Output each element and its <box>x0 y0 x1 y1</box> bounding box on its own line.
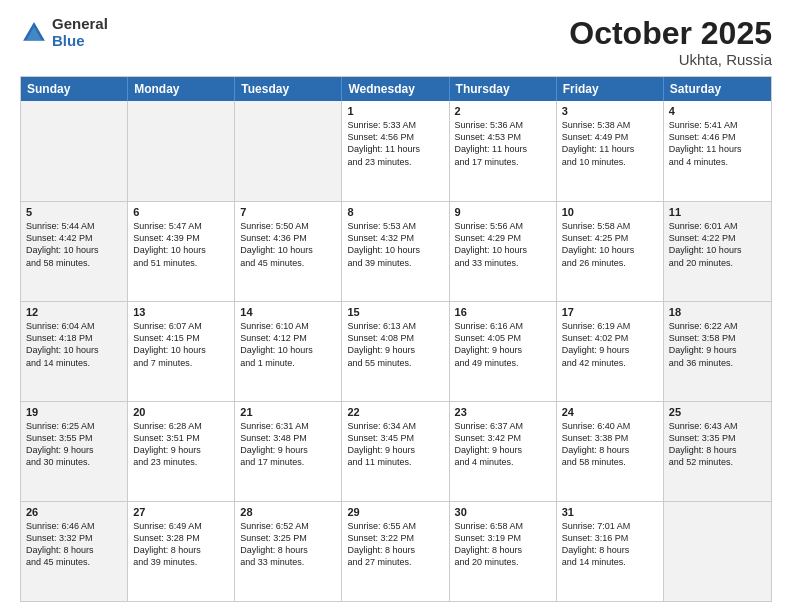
day-info: Sunrise: 5:44 AM Sunset: 4:42 PM Dayligh… <box>26 220 122 269</box>
day-info: Sunrise: 6:19 AM Sunset: 4:02 PM Dayligh… <box>562 320 658 369</box>
day-info: Sunrise: 6:25 AM Sunset: 3:55 PM Dayligh… <box>26 420 122 469</box>
day-number: 18 <box>669 306 766 318</box>
day-number: 28 <box>240 506 336 518</box>
day-info: Sunrise: 6:01 AM Sunset: 4:22 PM Dayligh… <box>669 220 766 269</box>
calendar-cell: 22Sunrise: 6:34 AM Sunset: 3:45 PM Dayli… <box>342 402 449 501</box>
calendar-week-1: 1Sunrise: 5:33 AM Sunset: 4:56 PM Daylig… <box>21 101 771 201</box>
header: General Blue October 2025 Ukhta, Russia <box>20 16 772 68</box>
calendar-cell <box>128 101 235 201</box>
calendar-cell: 30Sunrise: 6:58 AM Sunset: 3:19 PM Dayli… <box>450 502 557 601</box>
day-number: 7 <box>240 206 336 218</box>
day-number: 22 <box>347 406 443 418</box>
header-day-thursday: Thursday <box>450 77 557 101</box>
logo: General Blue <box>20 16 108 49</box>
day-number: 17 <box>562 306 658 318</box>
day-number: 20 <box>133 406 229 418</box>
header-day-wednesday: Wednesday <box>342 77 449 101</box>
calendar-cell: 19Sunrise: 6:25 AM Sunset: 3:55 PM Dayli… <box>21 402 128 501</box>
calendar-cell: 11Sunrise: 6:01 AM Sunset: 4:22 PM Dayli… <box>664 202 771 301</box>
calendar-cell <box>21 101 128 201</box>
calendar-cell: 13Sunrise: 6:07 AM Sunset: 4:15 PM Dayli… <box>128 302 235 401</box>
day-info: Sunrise: 6:13 AM Sunset: 4:08 PM Dayligh… <box>347 320 443 369</box>
day-number: 9 <box>455 206 551 218</box>
calendar-header: SundayMondayTuesdayWednesdayThursdayFrid… <box>21 77 771 101</box>
calendar-week-4: 19Sunrise: 6:25 AM Sunset: 3:55 PM Dayli… <box>21 401 771 501</box>
day-info: Sunrise: 7:01 AM Sunset: 3:16 PM Dayligh… <box>562 520 658 569</box>
day-number: 3 <box>562 105 658 117</box>
day-number: 1 <box>347 105 443 117</box>
calendar-cell: 25Sunrise: 6:43 AM Sunset: 3:35 PM Dayli… <box>664 402 771 501</box>
logo-icon <box>20 19 48 47</box>
day-number: 27 <box>133 506 229 518</box>
day-info: Sunrise: 5:47 AM Sunset: 4:39 PM Dayligh… <box>133 220 229 269</box>
calendar-cell: 24Sunrise: 6:40 AM Sunset: 3:38 PM Dayli… <box>557 402 664 501</box>
calendar-cell: 29Sunrise: 6:55 AM Sunset: 3:22 PM Dayli… <box>342 502 449 601</box>
header-day-monday: Monday <box>128 77 235 101</box>
day-info: Sunrise: 5:36 AM Sunset: 4:53 PM Dayligh… <box>455 119 551 168</box>
day-info: Sunrise: 5:50 AM Sunset: 4:36 PM Dayligh… <box>240 220 336 269</box>
day-number: 26 <box>26 506 122 518</box>
day-number: 11 <box>669 206 766 218</box>
day-number: 8 <box>347 206 443 218</box>
day-info: Sunrise: 6:04 AM Sunset: 4:18 PM Dayligh… <box>26 320 122 369</box>
calendar-week-5: 26Sunrise: 6:46 AM Sunset: 3:32 PM Dayli… <box>21 501 771 601</box>
calendar-cell: 4Sunrise: 5:41 AM Sunset: 4:46 PM Daylig… <box>664 101 771 201</box>
day-number: 19 <box>26 406 122 418</box>
day-info: Sunrise: 5:58 AM Sunset: 4:25 PM Dayligh… <box>562 220 658 269</box>
calendar-cell: 20Sunrise: 6:28 AM Sunset: 3:51 PM Dayli… <box>128 402 235 501</box>
calendar-cell: 16Sunrise: 6:16 AM Sunset: 4:05 PM Dayli… <box>450 302 557 401</box>
calendar-cell: 21Sunrise: 6:31 AM Sunset: 3:48 PM Dayli… <box>235 402 342 501</box>
day-number: 12 <box>26 306 122 318</box>
calendar-cell <box>235 101 342 201</box>
calendar-cell: 28Sunrise: 6:52 AM Sunset: 3:25 PM Dayli… <box>235 502 342 601</box>
page: General Blue October 2025 Ukhta, Russia … <box>0 0 792 612</box>
calendar-cell: 2Sunrise: 5:36 AM Sunset: 4:53 PM Daylig… <box>450 101 557 201</box>
day-number: 4 <box>669 105 766 117</box>
day-info: Sunrise: 6:10 AM Sunset: 4:12 PM Dayligh… <box>240 320 336 369</box>
day-number: 13 <box>133 306 229 318</box>
day-number: 14 <box>240 306 336 318</box>
day-info: Sunrise: 6:40 AM Sunset: 3:38 PM Dayligh… <box>562 420 658 469</box>
calendar: SundayMondayTuesdayWednesdayThursdayFrid… <box>20 76 772 602</box>
day-info: Sunrise: 6:46 AM Sunset: 3:32 PM Dayligh… <box>26 520 122 569</box>
calendar-cell: 8Sunrise: 5:53 AM Sunset: 4:32 PM Daylig… <box>342 202 449 301</box>
calendar-cell: 1Sunrise: 5:33 AM Sunset: 4:56 PM Daylig… <box>342 101 449 201</box>
calendar-cell: 14Sunrise: 6:10 AM Sunset: 4:12 PM Dayli… <box>235 302 342 401</box>
calendar-week-2: 5Sunrise: 5:44 AM Sunset: 4:42 PM Daylig… <box>21 201 771 301</box>
day-info: Sunrise: 6:37 AM Sunset: 3:42 PM Dayligh… <box>455 420 551 469</box>
calendar-cell: 18Sunrise: 6:22 AM Sunset: 3:58 PM Dayli… <box>664 302 771 401</box>
calendar-cell: 6Sunrise: 5:47 AM Sunset: 4:39 PM Daylig… <box>128 202 235 301</box>
calendar-cell: 10Sunrise: 5:58 AM Sunset: 4:25 PM Dayli… <box>557 202 664 301</box>
day-number: 25 <box>669 406 766 418</box>
header-day-tuesday: Tuesday <box>235 77 342 101</box>
day-info: Sunrise: 6:07 AM Sunset: 4:15 PM Dayligh… <box>133 320 229 369</box>
day-number: 31 <box>562 506 658 518</box>
day-info: Sunrise: 5:33 AM Sunset: 4:56 PM Dayligh… <box>347 119 443 168</box>
day-info: Sunrise: 6:58 AM Sunset: 3:19 PM Dayligh… <box>455 520 551 569</box>
title-block: October 2025 Ukhta, Russia <box>569 16 772 68</box>
day-info: Sunrise: 6:22 AM Sunset: 3:58 PM Dayligh… <box>669 320 766 369</box>
header-day-saturday: Saturday <box>664 77 771 101</box>
calendar-cell: 31Sunrise: 7:01 AM Sunset: 3:16 PM Dayli… <box>557 502 664 601</box>
calendar-cell: 12Sunrise: 6:04 AM Sunset: 4:18 PM Dayli… <box>21 302 128 401</box>
calendar-cell: 3Sunrise: 5:38 AM Sunset: 4:49 PM Daylig… <box>557 101 664 201</box>
day-number: 10 <box>562 206 658 218</box>
calendar-cell: 26Sunrise: 6:46 AM Sunset: 3:32 PM Dayli… <box>21 502 128 601</box>
day-number: 2 <box>455 105 551 117</box>
day-info: Sunrise: 6:28 AM Sunset: 3:51 PM Dayligh… <box>133 420 229 469</box>
calendar-cell: 7Sunrise: 5:50 AM Sunset: 4:36 PM Daylig… <box>235 202 342 301</box>
day-number: 23 <box>455 406 551 418</box>
day-number: 29 <box>347 506 443 518</box>
day-number: 30 <box>455 506 551 518</box>
calendar-week-3: 12Sunrise: 6:04 AM Sunset: 4:18 PM Dayli… <box>21 301 771 401</box>
title-location: Ukhta, Russia <box>569 51 772 68</box>
day-info: Sunrise: 6:52 AM Sunset: 3:25 PM Dayligh… <box>240 520 336 569</box>
calendar-cell: 15Sunrise: 6:13 AM Sunset: 4:08 PM Dayli… <box>342 302 449 401</box>
day-info: Sunrise: 5:38 AM Sunset: 4:49 PM Dayligh… <box>562 119 658 168</box>
day-info: Sunrise: 5:41 AM Sunset: 4:46 PM Dayligh… <box>669 119 766 168</box>
day-info: Sunrise: 5:53 AM Sunset: 4:32 PM Dayligh… <box>347 220 443 269</box>
logo-text: General Blue <box>52 16 108 49</box>
logo-blue-label: Blue <box>52 33 108 50</box>
day-number: 15 <box>347 306 443 318</box>
day-info: Sunrise: 6:16 AM Sunset: 4:05 PM Dayligh… <box>455 320 551 369</box>
